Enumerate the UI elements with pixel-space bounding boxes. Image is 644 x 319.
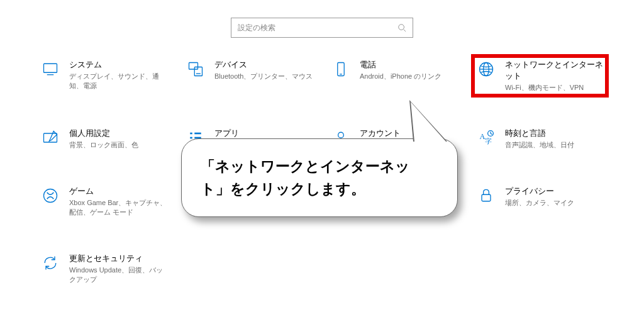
svg-line-1 xyxy=(404,30,406,32)
svg-rect-26 xyxy=(482,194,491,201)
tile-title: 時刻と言語 xyxy=(505,128,604,139)
tile-desc: Android、iPhone のリンク xyxy=(360,72,458,81)
tile-title: プライバシー xyxy=(505,186,604,197)
tile-title: 個人用設定 xyxy=(69,128,168,139)
svg-rect-5 xyxy=(194,67,202,76)
instruction-callout: 「ネットワークとインターネット」をクリックします。 xyxy=(181,138,458,217)
tile-desc: Wi-Fi、機内モード、VPN xyxy=(505,83,604,92)
personalization-icon xyxy=(40,128,60,148)
tile-personalization[interactable]: 個人用設定 背景、ロック画面、色 xyxy=(38,125,170,152)
search-box[interactable] xyxy=(231,18,413,38)
search-input[interactable] xyxy=(238,23,397,32)
search-container xyxy=(0,0,644,57)
update-icon xyxy=(40,253,60,273)
svg-point-25 xyxy=(44,189,57,202)
callout-text: 「ネットワークとインターネット」をクリックします。 xyxy=(201,158,410,197)
tile-phone[interactable]: 電話 Android、iPhone のリンク xyxy=(328,57,461,95)
svg-point-0 xyxy=(399,25,404,30)
phone-icon xyxy=(331,59,351,79)
tile-desc: ディスプレイ、サウンド、通知、電源 xyxy=(69,72,168,91)
tile-gaming[interactable]: ゲーム Xbox Game Bar、キャプチャ、配信、ゲーム モード xyxy=(38,183,170,220)
time-language-icon: A 字 xyxy=(476,128,496,148)
tile-desc: 音声認識、地域、日付 xyxy=(505,140,604,150)
tile-desc: 場所、カメラ、マイク xyxy=(505,198,604,208)
gaming-icon xyxy=(40,186,60,206)
tile-network[interactable]: ネットワークとインターネット Wi-Fi、機内モード、VPN xyxy=(474,57,606,95)
svg-text:字: 字 xyxy=(485,137,492,145)
tile-update-security[interactable]: 更新とセキュリティ Windows Update、回復、バックアップ xyxy=(38,250,170,288)
tile-title: アプリ xyxy=(214,128,313,139)
tile-title: 電話 xyxy=(360,59,458,70)
tile-title: 更新とセキュリティ xyxy=(69,253,168,264)
tile-desc: Bluetooth、プリンター、マウス xyxy=(214,72,313,81)
tile-time-language[interactable]: A 字 時刻と言語 音声認識、地域、日付 xyxy=(474,125,606,152)
tile-desc: Windows Update、回復、バックアップ xyxy=(69,266,168,285)
tile-devices[interactable]: デバイス Bluetooth、プリンター、マウス xyxy=(183,57,316,95)
tile-desc: 背景、ロック画面、色 xyxy=(69,140,168,150)
svg-line-24 xyxy=(491,133,492,135)
tile-title: システム xyxy=(69,59,168,70)
tile-privacy[interactable]: プライバシー 場所、カメラ、マイク xyxy=(474,183,606,220)
tile-title: デバイス xyxy=(214,59,313,70)
tile-title: ゲーム xyxy=(69,186,168,197)
tile-desc: Xbox Game Bar、キャプチャ、配信、ゲーム モード xyxy=(69,198,168,218)
tile-system[interactable]: システム ディスプレイ、サウンド、通知、電源 xyxy=(38,57,170,95)
globe-icon xyxy=(476,59,496,79)
tile-title: ネットワークとインターネット xyxy=(505,59,604,82)
system-icon xyxy=(40,59,60,79)
svg-point-19 xyxy=(338,133,344,138)
svg-rect-2 xyxy=(44,64,57,72)
devices-icon xyxy=(186,59,206,79)
svg-rect-4 xyxy=(189,63,198,70)
lock-icon xyxy=(476,186,496,206)
search-icon xyxy=(397,23,406,32)
svg-text:A: A xyxy=(480,132,486,141)
